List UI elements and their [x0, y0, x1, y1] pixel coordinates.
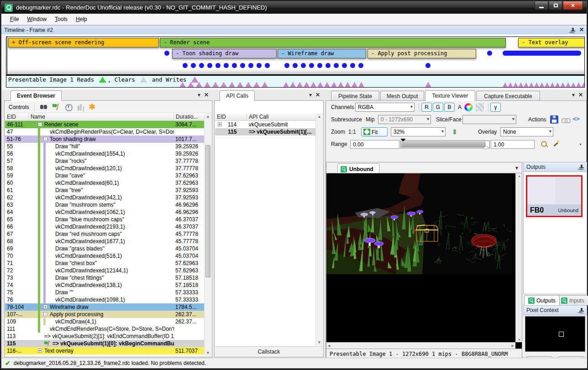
usage-triangle[interactable]	[523, 83, 529, 88]
event-row-71[interactable]: 71Draw "chest box"57.62963	[5, 260, 204, 267]
maximize-button[interactable]	[549, 1, 562, 10]
menu-tools[interactable]: Tools	[51, 15, 72, 24]
flip-y-icon[interactable]: ⇕	[451, 128, 459, 136]
usage-triangle[interactable]	[555, 83, 561, 88]
timeline-resource-usage-row[interactable]: Presentable Image 1 Reads , Clears and W…	[6, 75, 585, 88]
range-slider[interactable]	[400, 141, 490, 148]
event-row-70[interactable]: 70vkCmdDrawIndexed(516,1)45.03704	[5, 252, 204, 260]
range-min-field[interactable]: 0.00	[350, 140, 399, 149]
event-row-67[interactable]: 67Draw "red mushroom caps"45.77778	[5, 230, 204, 238]
tab-mesh-output[interactable]: Mesh Output	[380, 91, 424, 101]
usage-triangle[interactable]	[296, 82, 303, 88]
event-row-59[interactable]: 59Draw "cave"37.62963	[5, 172, 204, 179]
event-dot[interactable]	[199, 63, 204, 68]
usage-triangle[interactable]	[245, 82, 252, 88]
event-dot[interactable]	[164, 51, 169, 56]
event-dot[interactable]	[425, 63, 430, 68]
event-row-60[interactable]: 60vkCmdDrawIndexed(60,1)37.62963	[5, 179, 204, 187]
event-dot[interactable]	[358, 63, 363, 68]
event-dot[interactable]	[215, 63, 220, 68]
dock-menu-icon[interactable]: ▾	[309, 92, 312, 98]
event-row-61[interactable]: 61Draw "tree"37.92593	[5, 187, 204, 194]
timeline-close-icon[interactable]: ✕	[579, 26, 584, 33]
event-dot[interactable]	[232, 63, 237, 68]
event-dot[interactable]	[301, 63, 306, 68]
scroll-down-icon[interactable]: ▼	[205, 349, 211, 356]
collapse-icon[interactable]: -	[38, 122, 42, 126]
event-row-47[interactable]: 47vkCmdBeginRenderPass(C=Clear, D=Clear,…	[5, 128, 204, 135]
usage-triangle[interactable]	[358, 82, 365, 88]
panel-close-icon[interactable]: ✕	[315, 92, 320, 98]
overlay-select[interactable]: None	[500, 127, 553, 136]
event-row-75[interactable]: 75Draw ""57.33333	[5, 289, 204, 296]
usage-triangle[interactable]	[529, 83, 535, 88]
usage-triangle[interactable]	[544, 83, 550, 88]
event-row-57[interactable]: 57Draw "rocks"37.77778	[5, 157, 204, 165]
channel-a-label[interactable]: A	[458, 104, 462, 110]
api-calls-scrollbar[interactable]: ▲ ▼	[315, 113, 323, 346]
event-dot[interactable]	[265, 63, 270, 68]
event-row-72[interactable]: 72vkCmdDrawIndexed(12144,1)57.62963	[5, 267, 204, 274]
scroll-up-icon[interactable]: ▲	[316, 113, 323, 120]
gamma-button[interactable]: γ	[490, 103, 501, 112]
event-row-62[interactable]: 62vkCmdDrawIndexed(342,1)37.92593	[5, 194, 204, 201]
texture-list-dropdown-icon[interactable]: ▾	[515, 165, 518, 171]
scrollbar-thumb[interactable]	[205, 145, 210, 277]
event-dot[interactable]	[487, 51, 492, 56]
menu-help[interactable]: Help	[72, 15, 91, 24]
usage-triangle[interactable]	[565, 83, 571, 88]
usage-triangle[interactable]	[576, 83, 582, 88]
usage-triangle[interactable]	[289, 82, 296, 88]
usage-triangle[interactable]	[331, 82, 337, 88]
event-row-76[interactable]: 76vkCmdDrawIndexed(1098,1)57.33333	[5, 296, 204, 303]
range-black-handle[interactable]	[400, 139, 406, 144]
range-white-handle[interactable]	[483, 143, 488, 149]
event-row-107-[interactable]: 107-...-Apply post processing262.37...	[5, 311, 204, 318]
event-row-63[interactable]: 63Draw "mushroom stems"46.96296	[5, 201, 204, 208]
texture-horizontal-scrollbar[interactable]: ◀ ▶	[326, 342, 515, 349]
event-row-73[interactable]: 73Draw "chest fittings"57.18518	[5, 274, 204, 281]
dock-menu-icon[interactable]: ▾	[572, 92, 575, 98]
usage-triangle[interactable]	[518, 83, 524, 88]
zoom-fit-button[interactable]: Fit	[361, 127, 388, 136]
timeline-marker-apply-post-processing[interactable]: - Apply post processing	[368, 49, 476, 58]
usage-triangle[interactable]	[508, 83, 514, 88]
usage-triangle[interactable]	[261, 82, 268, 88]
slice-face-select[interactable]	[462, 115, 516, 124]
expand-icon[interactable]: +	[218, 122, 222, 126]
event-row-78-104[interactable]: 78-104+Wireframe draw1784.5...	[5, 303, 204, 311]
usage-triangle[interactable]	[337, 82, 344, 88]
usage-triangle[interactable]	[351, 82, 358, 88]
event-row-113[interactable]: 113=> vkQueueSubmit(2)[1]: vkEndCommandB…	[5, 333, 204, 340]
usage-triangle[interactable]	[236, 82, 244, 88]
api-call-row-115[interactable]: 115=> vkQueueSubmit(1)[...	[215, 128, 315, 135]
timeline-marker-off-screen-scene-rendering[interactable]: + Off-screen scene rendering	[8, 38, 159, 47]
timeline-marker-wireframe-draw[interactable]: - Wireframe draw	[278, 49, 366, 58]
event-row-51-76[interactable]: 51-76-Toon shading draw1017.7...	[5, 135, 204, 143]
find-event-icon[interactable]	[40, 103, 48, 111]
event-dot[interactable]	[317, 63, 322, 68]
event-dot[interactable]	[326, 63, 331, 68]
tab-texture-viewer[interactable]: Texture Viewer	[425, 90, 475, 101]
event-dot[interactable]	[350, 63, 355, 68]
event-row-56[interactable]: 56vkCmdDrawIndexed(1554,1)39.25926	[5, 150, 204, 157]
texture-vertical-scrollbar[interactable]: ▲ ▼	[515, 173, 522, 342]
channel-r-button[interactable]: R	[421, 103, 432, 112]
panel-close-icon[interactable]: ✕	[578, 92, 583, 98]
usage-triangle[interactable]	[539, 83, 545, 88]
pixel-context-view[interactable]	[525, 316, 585, 352]
event-dot[interactable]	[240, 63, 245, 68]
usage-triangle[interactable]	[204, 82, 211, 88]
menu-window[interactable]: Window	[23, 15, 51, 24]
usage-triangle[interactable]	[303, 82, 310, 88]
usage-triangle[interactable]	[571, 83, 577, 88]
usage-triangle[interactable]	[310, 82, 317, 88]
pin-icon[interactable]	[579, 164, 584, 170]
usage-triangle[interactable]	[581, 83, 585, 88]
timeline-track[interactable]: + Off-screen scene rendering- Render sce…	[6, 36, 585, 75]
time-draws-icon[interactable]	[64, 103, 73, 111]
event-dot[interactable]	[191, 63, 196, 68]
column-api-call[interactable]: API Call	[247, 113, 315, 120]
minimize-button[interactable]	[535, 1, 548, 10]
usage-triangle[interactable]	[283, 82, 289, 88]
